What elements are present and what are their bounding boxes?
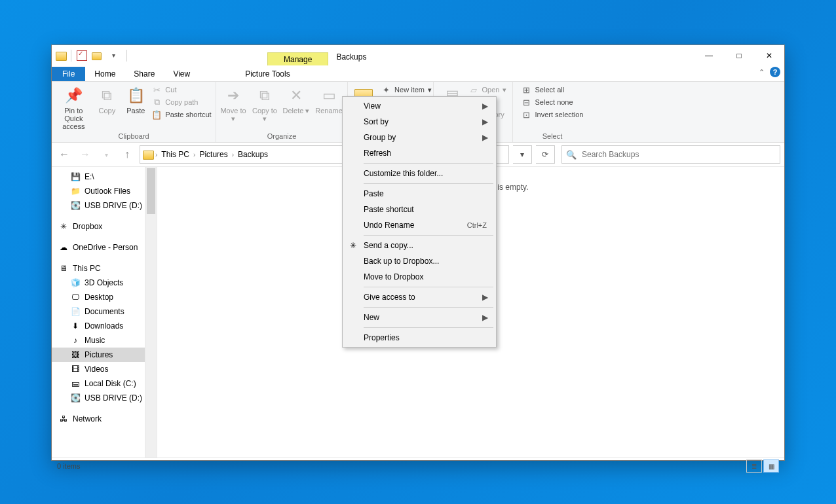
maximize-button[interactable]: □: [724, 45, 754, 65]
menu-item[interactable]: Give access to▶: [344, 289, 495, 305]
menu-item-label: Move to Dropbox: [364, 272, 423, 281]
tree-item-label: E:\: [85, 172, 94, 181]
tree-item[interactable]: ♪Music: [52, 333, 145, 348]
close-button[interactable]: ✕: [754, 45, 784, 65]
address-dropdown-button[interactable]: ▾: [513, 145, 532, 164]
doc-icon: 📄: [70, 306, 81, 317]
tree-item[interactable]: 📁Outlook Files: [52, 184, 145, 198]
nav-tree[interactable]: 💾E:\📁Outlook Files💽USB DRIVE (D:)✳Dropbo…: [52, 167, 145, 458]
nav-up-button[interactable]: ↑: [119, 146, 136, 163]
select-none-button[interactable]: ⊟Select none: [522, 97, 584, 107]
tree-scrollbar[interactable]: [145, 167, 157, 458]
tree-item-label: Dropbox: [73, 222, 102, 231]
cut-icon: ✂: [151, 84, 162, 95]
breadcrumb[interactable]: Pictures: [197, 150, 230, 159]
minimize-button[interactable]: —: [694, 45, 724, 65]
copy-to-button[interactable]: ⧉Copy to ▾: [250, 84, 279, 123]
tree-item[interactable]: 🧊3D Objects: [52, 276, 145, 290]
copy-icon: ⧉: [97, 86, 117, 105]
title-bar: ▾ Manage Backups — □ ✕: [52, 45, 784, 65]
dl-icon: ⬇: [70, 321, 81, 331]
collapse-ribbon-icon[interactable]: ⌃: [759, 68, 765, 77]
tree-item[interactable]: ⬇Downloads: [52, 319, 145, 333]
ribbon-tabstrip: File Home Share View Picture Tools ⌃ ?: [52, 65, 784, 82]
breadcrumb[interactable]: Backups: [235, 150, 271, 159]
tab-share[interactable]: Share: [124, 67, 164, 81]
cut-button[interactable]: ✂Cut: [151, 84, 211, 95]
submenu-arrow-icon: ▶: [482, 117, 488, 126]
move-to-button[interactable]: ➔Move to ▾: [219, 84, 248, 123]
tree-item[interactable]: 🎞Videos: [52, 362, 145, 376]
open-button[interactable]: ▱Open ▾: [468, 84, 507, 95]
address-folder-icon: [143, 151, 154, 160]
tab-home[interactable]: Home: [85, 67, 124, 81]
search-box[interactable]: 🔍: [561, 145, 780, 164]
file-tab[interactable]: File: [52, 67, 85, 81]
tree-item-label: Documents: [85, 307, 124, 316]
3d-icon: 🧊: [70, 278, 81, 288]
nav-back-button[interactable]: ←: [56, 146, 73, 163]
paste-shortcut-icon: 📋: [151, 109, 162, 120]
window-title: Backups: [328, 48, 374, 65]
paste-shortcut-button[interactable]: 📋Paste shortcut: [151, 109, 211, 120]
copy-path-button[interactable]: ⧉Copy path: [151, 97, 211, 107]
nav-recent-button[interactable]: ▾: [98, 146, 115, 163]
icons-view-button[interactable]: ▦: [763, 459, 779, 473]
chevron-right-icon[interactable]: ›: [155, 151, 157, 158]
menu-item[interactable]: View▶: [344, 98, 495, 114]
breadcrumb[interactable]: This PC: [159, 150, 192, 159]
tree-item[interactable]: 💾E:\: [52, 170, 145, 184]
menu-item[interactable]: Paste: [344, 186, 495, 202]
menu-item[interactable]: Properties: [344, 330, 495, 346]
tab-picture-tools[interactable]: Picture Tools: [236, 67, 299, 81]
menu-item[interactable]: Move to Dropbox: [344, 269, 495, 285]
qat-new-folder-icon[interactable]: [90, 48, 103, 63]
tree-item[interactable]: 💽USB DRIVE (D:): [52, 198, 145, 213]
tree-item[interactable]: 🖧Network: [52, 412, 145, 426]
tree-item[interactable]: ☁OneDrive - Person: [52, 240, 145, 255]
chevron-right-icon[interactable]: ›: [232, 151, 234, 158]
details-view-button[interactable]: ≣: [746, 459, 762, 473]
tab-view[interactable]: View: [164, 67, 199, 81]
qat-customize-icon[interactable]: ▾: [104, 48, 123, 63]
menu-item[interactable]: Refresh: [344, 145, 495, 161]
menu-item[interactable]: ✳Send a copy...: [344, 238, 495, 253]
invert-selection-button[interactable]: ⊡Invert selection: [522, 109, 584, 120]
menu-item[interactable]: Group by▶: [344, 130, 495, 145]
menu-item-label: Paste shortcut: [364, 205, 414, 214]
menu-item-label: Give access to: [364, 293, 415, 302]
contextual-tab-manage[interactable]: Manage: [267, 52, 328, 65]
submenu-arrow-icon: ▶: [482, 101, 488, 111]
tree-item[interactable]: 🖴Local Disk (C:): [52, 376, 145, 391]
tree-item[interactable]: 💽USB DRIVE (D:): [52, 391, 145, 405]
menu-item[interactable]: Customize this folder...: [344, 166, 495, 181]
help-icon[interactable]: ?: [770, 67, 780, 77]
menu-item[interactable]: Undo RenameCtrl+Z: [344, 217, 495, 233]
tree-item[interactable]: ✳Dropbox: [52, 219, 145, 234]
select-all-button[interactable]: ⊞Select all: [522, 84, 584, 95]
copy-button[interactable]: ⧉Copy: [94, 84, 120, 115]
menu-item[interactable]: New▶: [344, 310, 495, 325]
menu-item[interactable]: Sort by▶: [344, 114, 495, 130]
delete-button[interactable]: ✕Delete ▾: [282, 84, 311, 115]
search-input[interactable]: [580, 149, 776, 160]
menu-item[interactable]: Paste shortcut: [344, 202, 495, 217]
menu-item-label: Customize this folder...: [364, 169, 443, 178]
pin-quick-access-button[interactable]: 📌Pin to Quick access: [56, 84, 91, 130]
tree-item[interactable]: 🖵Desktop: [52, 290, 145, 304]
tree-item[interactable]: 🖼Pictures: [52, 348, 145, 362]
tree-item[interactable]: 📄Documents: [52, 304, 145, 319]
menu-item[interactable]: Back up to Dropbox...: [344, 253, 495, 269]
move-to-icon: ➔: [223, 86, 243, 105]
chevron-right-icon[interactable]: ›: [193, 151, 195, 158]
new-item-button[interactable]: ✦New item ▾: [381, 84, 432, 95]
submenu-arrow-icon: ▶: [482, 133, 488, 142]
menu-item-label: View: [364, 101, 381, 111]
nav-forward-button[interactable]: →: [77, 146, 94, 163]
tree-item[interactable]: 🖥This PC: [52, 261, 145, 276]
qat-properties-icon[interactable]: [75, 48, 88, 63]
rename-button[interactable]: ▭Rename: [313, 84, 345, 115]
pin-icon: 📌: [64, 86, 83, 105]
refresh-button[interactable]: ⟳: [536, 145, 555, 164]
paste-button[interactable]: 📋Paste: [123, 84, 149, 115]
